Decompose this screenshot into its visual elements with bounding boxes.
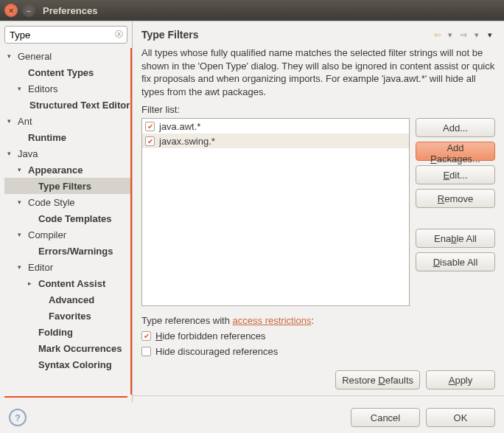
access-restrictions-label: Type references with access restrictions… bbox=[141, 315, 495, 326]
tree-item-label: Java bbox=[16, 148, 38, 159]
back-menu-icon[interactable]: ▾ bbox=[445, 30, 455, 40]
main-panel: Type Filters ⇦ ▾ ⇨ ▾ ▾ All types whose f… bbox=[133, 21, 504, 402]
minimize-icon[interactable]: – bbox=[22, 4, 35, 17]
header-toolbar: ⇦ ▾ ⇨ ▾ ▾ bbox=[432, 30, 495, 40]
tree-item-label: General bbox=[16, 51, 52, 62]
tree-item-label: Ant bbox=[16, 116, 32, 127]
access-restrictions-link[interactable]: access restrictions bbox=[233, 315, 312, 326]
tree-item[interactable]: Mark Occurrences bbox=[4, 340, 130, 356]
checkbox-icon[interactable] bbox=[145, 122, 155, 131]
enable-all-button[interactable]: Enable All bbox=[416, 229, 495, 248]
expand-icon: ▾ bbox=[18, 231, 27, 238]
clear-search-icon[interactable]: ⓧ bbox=[115, 29, 123, 40]
filter-item-label: java.awt.* bbox=[159, 121, 200, 132]
checkbox-icon[interactable] bbox=[145, 136, 155, 146]
tree-item[interactable]: Structured Text Editors bbox=[4, 97, 130, 113]
filter-item[interactable]: javax.swing.* bbox=[142, 134, 409, 148]
filter-list-label: Filter list: bbox=[141, 104, 495, 115]
tree-item-label: Errors/Warnings bbox=[37, 246, 113, 257]
hide-forbidden-checkbox[interactable]: Hide forbidden references bbox=[141, 330, 495, 342]
tree-item-label: Type Filters bbox=[37, 181, 91, 192]
disable-all-button[interactable]: Disable All bbox=[416, 252, 495, 271]
tree-item-label: Editors bbox=[27, 83, 57, 94]
expand-icon: ▾ bbox=[18, 166, 27, 173]
sidebar-divider bbox=[4, 396, 127, 398]
tree-item[interactable]: ▾Code Style bbox=[4, 194, 130, 210]
close-icon[interactable]: ✕ bbox=[4, 4, 18, 17]
add-packages-button[interactable]: Add Packages... bbox=[416, 142, 495, 161]
title-bar: ✕ – Preferences bbox=[0, 0, 504, 21]
tree-item-label: Editor bbox=[27, 262, 53, 273]
search-input[interactable] bbox=[4, 26, 127, 44]
tree-item-label: Content Assist bbox=[37, 278, 105, 289]
tree-item-label: Structured Text Editors bbox=[28, 100, 132, 111]
tree-item-label: Mark Occurrences bbox=[37, 343, 122, 354]
tree-item[interactable]: ▸Content Assist bbox=[4, 275, 130, 291]
restore-defaults-button[interactable]: Restore Defaults bbox=[335, 370, 420, 389]
description-text: All types whose fully qualified name mat… bbox=[141, 46, 495, 98]
checkbox-icon bbox=[141, 331, 151, 341]
edit-button[interactable]: Edit... bbox=[416, 165, 495, 184]
tree-item[interactable]: Errors/Warnings bbox=[4, 243, 130, 259]
tree-item[interactable]: ▾Java bbox=[4, 145, 130, 162]
page-title: Type Filters bbox=[141, 29, 199, 41]
tree-item-label: Code Templates bbox=[37, 213, 111, 224]
tree-item-label: Syntax Coloring bbox=[37, 359, 112, 370]
preferences-tree[interactable]: ▾GeneralContent Types▾EditorsStructured … bbox=[4, 48, 132, 395]
tree-item[interactable]: ▾Editor bbox=[4, 259, 130, 275]
forward-menu-icon[interactable]: ▾ bbox=[472, 30, 482, 40]
tree-item[interactable]: Type Filters bbox=[4, 178, 130, 194]
tree-item[interactable]: Runtime bbox=[4, 129, 130, 145]
view-menu-icon[interactable]: ▾ bbox=[485, 30, 495, 40]
tree-item[interactable]: ▾Appearance bbox=[4, 162, 130, 178]
checkbox-icon bbox=[141, 347, 151, 356]
tree-item[interactable]: Folding bbox=[4, 324, 130, 340]
add-button[interactable]: Add... bbox=[416, 118, 495, 137]
tree-item-label: Code Style bbox=[27, 197, 75, 208]
dialog-button-bar: ? Cancel OK bbox=[0, 402, 504, 433]
sidebar: ⓧ ▾GeneralContent Types▾EditorsStructure… bbox=[0, 21, 133, 402]
tree-item[interactable]: ▾General bbox=[4, 48, 130, 64]
forward-icon[interactable]: ⇨ bbox=[458, 30, 469, 40]
tree-item[interactable]: Content Types bbox=[4, 64, 130, 80]
tree-item[interactable]: Syntax Coloring bbox=[4, 356, 130, 373]
tree-item[interactable]: ▾Editors bbox=[4, 80, 130, 97]
tree-item[interactable]: Advanced bbox=[4, 291, 130, 308]
tree-item-label: Advanced bbox=[47, 294, 94, 305]
help-icon[interactable]: ? bbox=[9, 409, 27, 426]
expand-icon: ▾ bbox=[18, 263, 27, 271]
cancel-button[interactable]: Cancel bbox=[351, 408, 420, 427]
expand-icon: ▾ bbox=[18, 198, 27, 206]
footer-separator bbox=[133, 395, 504, 396]
tree-item-label: Runtime bbox=[27, 132, 66, 143]
expand-icon: ▾ bbox=[18, 85, 27, 92]
hide-discouraged-checkbox[interactable]: Hide discouraged references bbox=[141, 346, 495, 357]
expand-icon: ▾ bbox=[7, 52, 16, 60]
window-title: Preferences bbox=[43, 5, 97, 16]
tree-item[interactable]: ▾Ant bbox=[4, 113, 130, 129]
tree-item[interactable]: Favorites bbox=[4, 308, 130, 324]
tree-item-label: Appearance bbox=[27, 164, 83, 176]
apply-button[interactable]: Apply bbox=[426, 370, 495, 389]
expand-icon: ▾ bbox=[7, 150, 16, 157]
tree-item-label: Compiler bbox=[27, 229, 66, 240]
back-icon[interactable]: ⇦ bbox=[432, 30, 442, 40]
tree-item[interactable]: Code Templates bbox=[4, 210, 130, 226]
tree-item[interactable]: ▾Compiler bbox=[4, 226, 130, 243]
filter-item[interactable]: java.awt.* bbox=[142, 119, 409, 134]
filter-list[interactable]: java.awt.*javax.swing.* bbox=[141, 118, 410, 306]
filter-item-label: javax.swing.* bbox=[159, 136, 215, 147]
ok-button[interactable]: OK bbox=[426, 408, 495, 427]
expand-icon: ▸ bbox=[28, 280, 37, 287]
tree-item-label: Content Types bbox=[27, 67, 94, 78]
expand-icon: ▾ bbox=[7, 117, 16, 125]
tree-item-label: Folding bbox=[37, 327, 73, 338]
remove-button[interactable]: Remove bbox=[416, 189, 495, 208]
tree-item-label: Favorites bbox=[47, 311, 91, 322]
